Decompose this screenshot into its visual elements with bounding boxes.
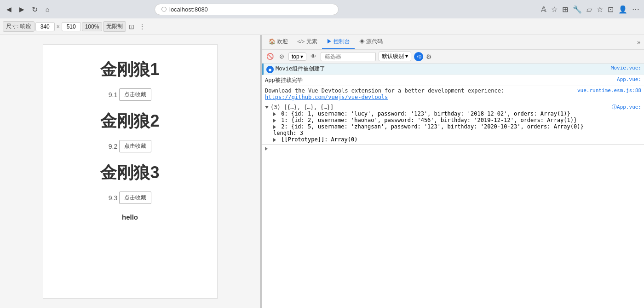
console-source-vue[interactable]: vue.runtime.esm.js:88 bbox=[577, 87, 641, 93]
home-tab-icon: 🏠 bbox=[269, 38, 276, 45]
more-icon[interactable]: ⋯ bbox=[632, 5, 639, 14]
console-line-movie-created: ● Movie组件被创建了 Movie.vue: bbox=[262, 64, 644, 75]
collect-btn-3[interactable]: 点击收藏 bbox=[119, 192, 151, 204]
array-item-1-icon[interactable] bbox=[273, 119, 276, 122]
devtools-panel: 🏠 欢迎 </> 元素 ▶ 控制台 ◈ 源代码 » 🚫 ⊘ top bbox=[262, 35, 644, 308]
translate-icon[interactable]: 𝔸 bbox=[541, 5, 546, 14]
console-eye-icon[interactable]: 👁 bbox=[309, 52, 318, 60]
browser-toolbar: ◀ ▶ ↻ ⌂ ⓘ localhost:8080 𝔸 ☆ ⊞ 🔧 ▱ ☆ ⊡ 👤… bbox=[0, 0, 644, 18]
url-text: localhost:8080 bbox=[169, 6, 208, 13]
array-prototype-icon[interactable] bbox=[273, 138, 276, 142]
array-item-0-icon[interactable] bbox=[273, 112, 276, 116]
level-select-arrow: ▾ bbox=[405, 53, 408, 59]
height-input[interactable] bbox=[62, 22, 81, 31]
console-source-array[interactable]: App.vue: bbox=[617, 104, 641, 110]
reload-icon[interactable]: ↻ bbox=[30, 5, 39, 13]
console-filter-icon[interactable]: ⊘ bbox=[278, 52, 286, 60]
top-select[interactable]: top ▾ bbox=[288, 52, 306, 61]
devtools-link[interactable]: https://github.com/vuejs/vue-devtools bbox=[265, 94, 388, 100]
console-toolbar: 🚫 ⊘ top ▾ 👁 默认级别 ▾ 70 ⚙ bbox=[262, 50, 644, 64]
console-tab-icon: ▶ bbox=[327, 38, 332, 45]
devtools-icon[interactable]: 🔧 bbox=[573, 5, 582, 14]
browser-action-icons: 𝔸 ☆ ⊞ 🔧 ▱ ☆ ⊡ 👤 ⋯ bbox=[541, 5, 639, 14]
console-line-array: (3) [{…}, {…}, {…}] ⓘ App.vue: 0: {id: 1… bbox=[262, 102, 644, 145]
tab-console[interactable]: ▶ 控制台 bbox=[322, 35, 355, 49]
preview-card: 金刚狼1 9.1 点击收藏 金刚狼2 9.2 点击收藏 金刚狼3 9.3 点击收… bbox=[43, 44, 218, 299]
array-item-1-text: 1: {id: 2, username: 'haohao', password:… bbox=[281, 117, 577, 123]
forward-icon[interactable]: ▶ bbox=[17, 5, 26, 13]
array-item-2-icon[interactable] bbox=[273, 125, 276, 129]
filter-input[interactable] bbox=[321, 52, 376, 61]
level-select[interactable]: 默认级别 ▾ bbox=[379, 52, 411, 61]
dim-separator: × bbox=[57, 23, 60, 30]
unlimited-label[interactable]: 无限制 bbox=[103, 21, 126, 32]
movie-rating-2: 9.2 bbox=[109, 143, 117, 150]
console-clear-icon[interactable]: 🚫 bbox=[265, 52, 275, 60]
console-output: ● Movie组件被创建了 Movie.vue: App被挂载完毕 App.vu… bbox=[262, 64, 644, 308]
main-content: 金刚狼1 9.1 点击收藏 金刚狼2 9.2 点击收藏 金刚狼3 9.3 点击收… bbox=[0, 35, 644, 308]
devtools-more-tabs[interactable]: » bbox=[635, 37, 642, 47]
console-line-app-mounted: App被挂载完毕 App.vue: bbox=[262, 75, 644, 86]
nav-icons: ◀ ▶ ↻ ⌂ bbox=[5, 5, 52, 13]
console-count: 70 bbox=[414, 52, 423, 61]
movie-row-2: 9.2 点击收藏 bbox=[62, 140, 199, 152]
movie-row-3: 9.3 点击收藏 bbox=[62, 192, 199, 204]
favorites-icon[interactable]: ☆ bbox=[597, 5, 603, 14]
screenshot-icon[interactable]: ⊡ bbox=[127, 22, 136, 31]
collect-btn-2[interactable]: 点击收藏 bbox=[119, 140, 151, 152]
movie-rating-1: 9.1 bbox=[109, 91, 117, 99]
zoom-label[interactable]: 100% bbox=[82, 22, 103, 31]
array-prototype: [[Prototype]]: Array(0) bbox=[273, 136, 357, 143]
array-item-0: 0: {id: 1, username: 'lucy', password: '… bbox=[273, 110, 570, 117]
back-icon[interactable]: ◀ bbox=[5, 5, 13, 13]
website-preview: 金刚狼1 9.1 点击收藏 金刚狼2 9.2 点击收藏 金刚狼3 9.3 点击收… bbox=[0, 35, 260, 308]
devtools-top-bar: 尺寸: 响应 × 100% 无限制 ⊡ ⋮ bbox=[0, 18, 644, 35]
array-info-icon: ⓘ bbox=[612, 104, 617, 110]
home-icon[interactable]: ⌂ bbox=[43, 5, 52, 13]
console-prompt-icon bbox=[265, 147, 268, 151]
movie-title-1: 金刚狼1 bbox=[62, 58, 199, 81]
tab-elements[interactable]: </> 元素 bbox=[293, 35, 322, 49]
devtools-tabs: 🏠 欢迎 </> 元素 ▶ 控制台 ◈ 源代码 » bbox=[262, 35, 644, 50]
lock-icon: ⓘ bbox=[161, 6, 167, 13]
array-collapse-icon[interactable] bbox=[265, 106, 269, 109]
collect-btn-1[interactable]: 点击收藏 bbox=[119, 88, 151, 101]
tab-console-label: 控制台 bbox=[334, 38, 350, 45]
split-icon[interactable]: ▱ bbox=[586, 5, 592, 14]
source-tab-icon: ◈ bbox=[359, 38, 365, 45]
movie-item-1: 金刚狼1 9.1 点击收藏 bbox=[62, 58, 199, 101]
array-item-2-text: 2: {id: 5, username: 'zhangsan', passwor… bbox=[281, 123, 583, 130]
movie-rating-3: 9.3 bbox=[109, 194, 117, 202]
console-text-array-header: (3) [{…}, {…}, {…}] bbox=[270, 104, 610, 110]
info-circle-icon: ● bbox=[266, 66, 274, 73]
array-item-0-text: 0: {id: 1, username: 'lucy', password: '… bbox=[281, 110, 570, 117]
array-length-text: length: 3 bbox=[273, 130, 303, 136]
responsive-label[interactable]: 尺寸: 响应 bbox=[3, 21, 34, 32]
extensions-icon[interactable]: ⊞ bbox=[562, 5, 568, 14]
array-item-2: 2: {id: 5, username: 'zhangsan', passwor… bbox=[273, 123, 584, 130]
level-select-label: 默认级别 bbox=[382, 53, 404, 59]
movie-item-2: 金刚狼2 9.2 点击收藏 bbox=[62, 110, 199, 152]
console-source-movie[interactable]: Movie.vue: bbox=[611, 65, 641, 71]
array-item-1: 1: {id: 2, username: 'haohao', password:… bbox=[273, 117, 577, 123]
tab-welcome[interactable]: 🏠 欢迎 bbox=[264, 35, 293, 49]
top-select-arrow: ▾ bbox=[300, 53, 303, 60]
console-text-app-mounted: App被挂载完毕 bbox=[265, 76, 617, 84]
address-bar[interactable]: ⓘ localhost:8080 bbox=[155, 4, 339, 15]
console-source-app[interactable]: App.vue: bbox=[617, 76, 641, 82]
elements-tab-icon: </> bbox=[297, 39, 305, 44]
console-line-devtools: Download the Vue Devtools extension for … bbox=[262, 86, 644, 102]
console-text-devtools: Download the Vue Devtools extension for … bbox=[265, 87, 577, 94]
more-options-icon[interactable]: ⋮ bbox=[137, 22, 147, 31]
width-input[interactable] bbox=[35, 22, 55, 31]
console-text-movie-created: Movie组件被创建了 bbox=[276, 65, 611, 73]
tab-elements-label: 元素 bbox=[306, 38, 317, 45]
bookmark-icon[interactable]: ☆ bbox=[551, 5, 558, 14]
movie-row-1: 9.1 点击收藏 bbox=[62, 88, 199, 101]
tab-source[interactable]: ◈ 源代码 bbox=[355, 35, 387, 49]
profile-icon[interactable]: 👤 bbox=[618, 5, 627, 14]
console-settings-icon[interactable]: ⚙ bbox=[426, 53, 432, 60]
movie-item-3: 金刚狼3 9.3 点击收藏 bbox=[62, 162, 199, 204]
collection-icon[interactable]: ⊡ bbox=[608, 5, 614, 14]
array-length: length: 3 bbox=[273, 130, 303, 136]
